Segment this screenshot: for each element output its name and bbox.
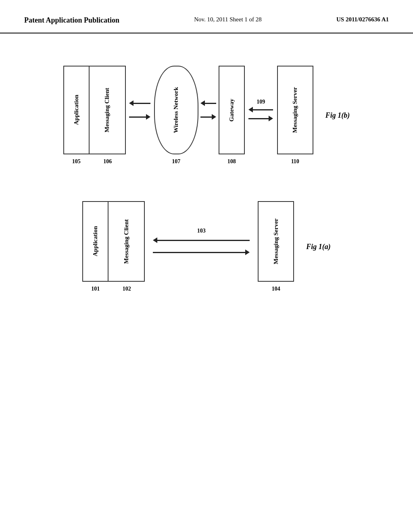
figure-1b-diagram: Application Messaging Client	[63, 66, 313, 165]
arrows-1a: 103	[145, 201, 258, 282]
label-gateway: Gateway	[228, 99, 235, 122]
header-publication-type: Patent Application Publication	[24, 16, 119, 25]
arrows-1b-left	[126, 66, 154, 154]
num-104: 104	[272, 286, 280, 292]
box-messaging-client-1b: Messaging Client	[90, 66, 126, 154]
label-messaging-server-1b: Messaging Server	[292, 87, 298, 133]
label-messaging-server-1a: Messaging Server	[273, 218, 280, 264]
fig-1a-label: Fig 1(a)	[306, 243, 331, 251]
num-102: 102	[123, 286, 131, 292]
box-gateway: Gateway	[219, 66, 245, 154]
arrows-1b-middle	[198, 66, 219, 154]
header-date-sheet: Nov. 10, 2011 Sheet 1 of 28	[194, 16, 262, 23]
box-application-1a: Application	[82, 201, 108, 282]
header-patent-number: US 2011/0276636 A1	[336, 16, 389, 23]
num-106: 106	[103, 158, 112, 164]
label-109: 109	[257, 99, 265, 105]
figure-1a-container: Application Messaging Client 103	[82, 201, 331, 292]
num-108: 108	[227, 158, 236, 164]
num-105: 105	[72, 158, 81, 164]
label-application-1b: Application	[73, 95, 80, 125]
label-application-1a: Application	[92, 226, 99, 256]
num-101: 101	[91, 286, 100, 292]
num-107: 107	[172, 158, 180, 164]
box-wireless-network: Wireless Network	[154, 66, 198, 154]
figure-1b-container: Application Messaging Client	[63, 66, 350, 165]
box-application-1b: Application	[63, 66, 90, 154]
fig-1b-label: Fig 1(b)	[325, 111, 350, 119]
figure-1a-diagram: Application Messaging Client 103	[82, 201, 294, 292]
num-110: 110	[291, 158, 299, 164]
page-content: Application Messaging Client	[0, 33, 413, 308]
arrows-1b-right: 109	[245, 66, 277, 154]
label-messaging-client-1a: Messaging Client	[123, 219, 130, 264]
label-103: 103	[197, 228, 206, 234]
box-messaging-client-1a: Messaging Client	[108, 201, 145, 282]
page-header: Patent Application Publication Nov. 10, …	[0, 0, 413, 33]
box-messaging-server-1b: Messaging Server	[277, 66, 313, 154]
label-messaging-client-1b: Messaging Client	[104, 88, 111, 132]
label-wireless-network: Wireless Network	[173, 87, 179, 133]
box-messaging-server-1a: Messaging Server	[258, 201, 294, 282]
